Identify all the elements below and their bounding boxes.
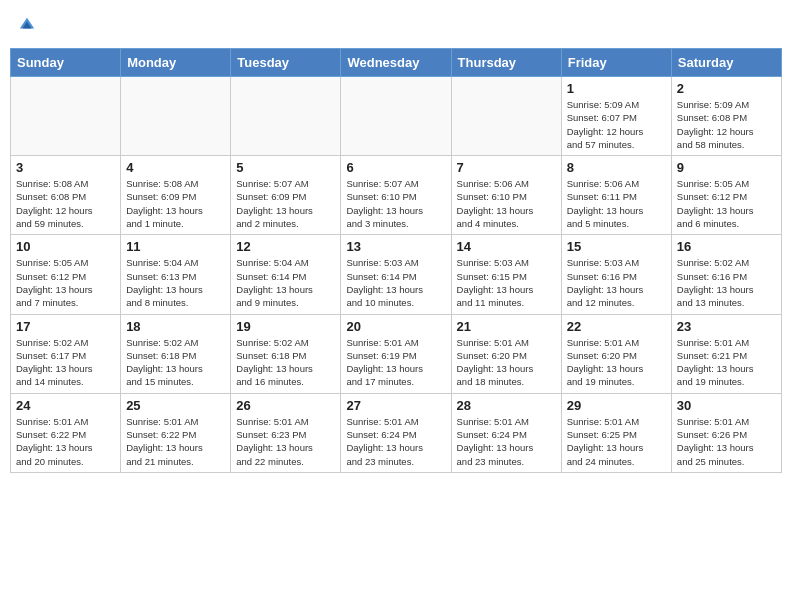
calendar-day-cell [11, 77, 121, 156]
calendar-day-cell: 26Sunrise: 5:01 AM Sunset: 6:23 PM Dayli… [231, 393, 341, 472]
day-info: Sunrise: 5:01 AM Sunset: 6:25 PM Dayligh… [567, 415, 666, 468]
day-number: 8 [567, 160, 666, 175]
calendar-day-cell: 19Sunrise: 5:02 AM Sunset: 6:18 PM Dayli… [231, 314, 341, 393]
day-info: Sunrise: 5:01 AM Sunset: 6:20 PM Dayligh… [567, 336, 666, 389]
calendar-day-cell: 10Sunrise: 5:05 AM Sunset: 6:12 PM Dayli… [11, 235, 121, 314]
day-info: Sunrise: 5:02 AM Sunset: 6:16 PM Dayligh… [677, 256, 776, 309]
day-info: Sunrise: 5:01 AM Sunset: 6:19 PM Dayligh… [346, 336, 445, 389]
calendar-table: SundayMondayTuesdayWednesdayThursdayFrid… [10, 48, 782, 473]
calendar-day-cell: 17Sunrise: 5:02 AM Sunset: 6:17 PM Dayli… [11, 314, 121, 393]
day-info: Sunrise: 5:08 AM Sunset: 6:08 PM Dayligh… [16, 177, 115, 230]
day-info: Sunrise: 5:01 AM Sunset: 6:20 PM Dayligh… [457, 336, 556, 389]
day-number: 24 [16, 398, 115, 413]
weekday-header-thursday: Thursday [451, 49, 561, 77]
day-info: Sunrise: 5:09 AM Sunset: 6:07 PM Dayligh… [567, 98, 666, 151]
weekday-header-wednesday: Wednesday [341, 49, 451, 77]
day-number: 30 [677, 398, 776, 413]
weekday-header-row: SundayMondayTuesdayWednesdayThursdayFrid… [11, 49, 782, 77]
weekday-header-friday: Friday [561, 49, 671, 77]
day-number: 15 [567, 239, 666, 254]
day-info: Sunrise: 5:01 AM Sunset: 6:23 PM Dayligh… [236, 415, 335, 468]
day-info: Sunrise: 5:05 AM Sunset: 6:12 PM Dayligh… [677, 177, 776, 230]
calendar-week-row: 1Sunrise: 5:09 AM Sunset: 6:07 PM Daylig… [11, 77, 782, 156]
calendar-day-cell: 4Sunrise: 5:08 AM Sunset: 6:09 PM Daylig… [121, 156, 231, 235]
day-number: 21 [457, 319, 556, 334]
day-number: 1 [567, 81, 666, 96]
day-number: 7 [457, 160, 556, 175]
weekday-header-monday: Monday [121, 49, 231, 77]
calendar-day-cell: 11Sunrise: 5:04 AM Sunset: 6:13 PM Dayli… [121, 235, 231, 314]
calendar-day-cell: 7Sunrise: 5:06 AM Sunset: 6:10 PM Daylig… [451, 156, 561, 235]
day-number: 18 [126, 319, 225, 334]
day-number: 26 [236, 398, 335, 413]
calendar-day-cell: 16Sunrise: 5:02 AM Sunset: 6:16 PM Dayli… [671, 235, 781, 314]
weekday-header-tuesday: Tuesday [231, 49, 341, 77]
day-number: 14 [457, 239, 556, 254]
day-info: Sunrise: 5:01 AM Sunset: 6:22 PM Dayligh… [16, 415, 115, 468]
day-number: 4 [126, 160, 225, 175]
calendar-day-cell: 23Sunrise: 5:01 AM Sunset: 6:21 PM Dayli… [671, 314, 781, 393]
day-info: Sunrise: 5:01 AM Sunset: 6:26 PM Dayligh… [677, 415, 776, 468]
day-number: 13 [346, 239, 445, 254]
calendar-day-cell: 6Sunrise: 5:07 AM Sunset: 6:10 PM Daylig… [341, 156, 451, 235]
calendar-day-cell: 20Sunrise: 5:01 AM Sunset: 6:19 PM Dayli… [341, 314, 451, 393]
day-number: 5 [236, 160, 335, 175]
day-number: 10 [16, 239, 115, 254]
day-info: Sunrise: 5:04 AM Sunset: 6:14 PM Dayligh… [236, 256, 335, 309]
day-number: 2 [677, 81, 776, 96]
day-info: Sunrise: 5:08 AM Sunset: 6:09 PM Dayligh… [126, 177, 225, 230]
day-number: 28 [457, 398, 556, 413]
day-number: 9 [677, 160, 776, 175]
calendar-day-cell: 18Sunrise: 5:02 AM Sunset: 6:18 PM Dayli… [121, 314, 231, 393]
calendar-day-cell: 9Sunrise: 5:05 AM Sunset: 6:12 PM Daylig… [671, 156, 781, 235]
calendar-week-row: 17Sunrise: 5:02 AM Sunset: 6:17 PM Dayli… [11, 314, 782, 393]
logo-icon [18, 16, 36, 34]
day-number: 25 [126, 398, 225, 413]
calendar-day-cell [121, 77, 231, 156]
day-info: Sunrise: 5:06 AM Sunset: 6:10 PM Dayligh… [457, 177, 556, 230]
calendar-day-cell: 8Sunrise: 5:06 AM Sunset: 6:11 PM Daylig… [561, 156, 671, 235]
day-info: Sunrise: 5:07 AM Sunset: 6:10 PM Dayligh… [346, 177, 445, 230]
calendar-day-cell: 3Sunrise: 5:08 AM Sunset: 6:08 PM Daylig… [11, 156, 121, 235]
calendar-day-cell: 15Sunrise: 5:03 AM Sunset: 6:16 PM Dayli… [561, 235, 671, 314]
calendar-day-cell: 5Sunrise: 5:07 AM Sunset: 6:09 PM Daylig… [231, 156, 341, 235]
calendar-day-cell: 24Sunrise: 5:01 AM Sunset: 6:22 PM Dayli… [11, 393, 121, 472]
day-number: 16 [677, 239, 776, 254]
page-header [10, 10, 782, 40]
weekday-header-sunday: Sunday [11, 49, 121, 77]
day-number: 11 [126, 239, 225, 254]
calendar-day-cell: 29Sunrise: 5:01 AM Sunset: 6:25 PM Dayli… [561, 393, 671, 472]
day-number: 22 [567, 319, 666, 334]
calendar-week-row: 3Sunrise: 5:08 AM Sunset: 6:08 PM Daylig… [11, 156, 782, 235]
weekday-header-saturday: Saturday [671, 49, 781, 77]
day-number: 19 [236, 319, 335, 334]
day-number: 3 [16, 160, 115, 175]
calendar-day-cell [341, 77, 451, 156]
day-info: Sunrise: 5:03 AM Sunset: 6:15 PM Dayligh… [457, 256, 556, 309]
day-info: Sunrise: 5:09 AM Sunset: 6:08 PM Dayligh… [677, 98, 776, 151]
calendar-day-cell: 21Sunrise: 5:01 AM Sunset: 6:20 PM Dayli… [451, 314, 561, 393]
calendar-day-cell: 12Sunrise: 5:04 AM Sunset: 6:14 PM Dayli… [231, 235, 341, 314]
day-info: Sunrise: 5:01 AM Sunset: 6:22 PM Dayligh… [126, 415, 225, 468]
day-number: 17 [16, 319, 115, 334]
calendar-day-cell: 2Sunrise: 5:09 AM Sunset: 6:08 PM Daylig… [671, 77, 781, 156]
day-info: Sunrise: 5:07 AM Sunset: 6:09 PM Dayligh… [236, 177, 335, 230]
calendar-week-row: 10Sunrise: 5:05 AM Sunset: 6:12 PM Dayli… [11, 235, 782, 314]
day-info: Sunrise: 5:02 AM Sunset: 6:17 PM Dayligh… [16, 336, 115, 389]
calendar-day-cell: 27Sunrise: 5:01 AM Sunset: 6:24 PM Dayli… [341, 393, 451, 472]
logo [10, 10, 42, 40]
calendar-day-cell: 22Sunrise: 5:01 AM Sunset: 6:20 PM Dayli… [561, 314, 671, 393]
day-info: Sunrise: 5:03 AM Sunset: 6:16 PM Dayligh… [567, 256, 666, 309]
day-info: Sunrise: 5:06 AM Sunset: 6:11 PM Dayligh… [567, 177, 666, 230]
day-number: 20 [346, 319, 445, 334]
calendar-day-cell: 25Sunrise: 5:01 AM Sunset: 6:22 PM Dayli… [121, 393, 231, 472]
day-number: 29 [567, 398, 666, 413]
day-info: Sunrise: 5:02 AM Sunset: 6:18 PM Dayligh… [236, 336, 335, 389]
calendar-day-cell [231, 77, 341, 156]
day-number: 27 [346, 398, 445, 413]
day-info: Sunrise: 5:01 AM Sunset: 6:24 PM Dayligh… [457, 415, 556, 468]
calendar-day-cell: 30Sunrise: 5:01 AM Sunset: 6:26 PM Dayli… [671, 393, 781, 472]
calendar-day-cell: 28Sunrise: 5:01 AM Sunset: 6:24 PM Dayli… [451, 393, 561, 472]
calendar-day-cell: 1Sunrise: 5:09 AM Sunset: 6:07 PM Daylig… [561, 77, 671, 156]
day-info: Sunrise: 5:01 AM Sunset: 6:21 PM Dayligh… [677, 336, 776, 389]
